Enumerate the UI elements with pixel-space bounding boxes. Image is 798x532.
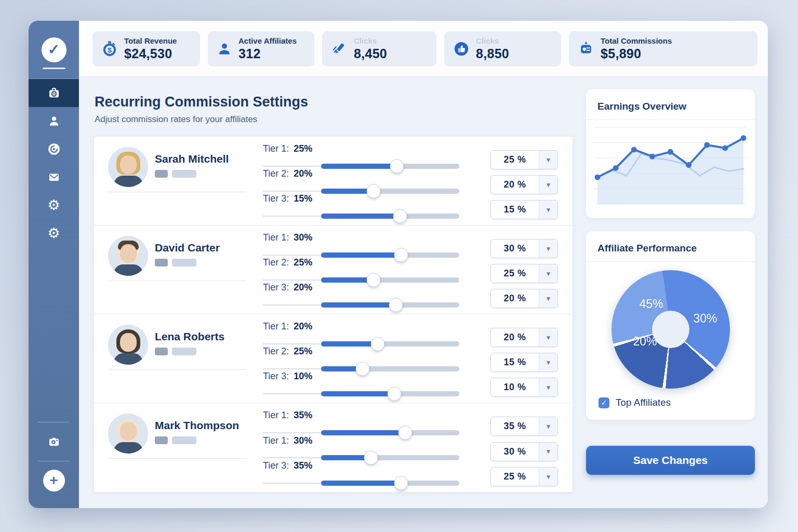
slider-thumb[interactable] (394, 476, 408, 490)
dropdown-arrow-box[interactable]: ▼ (539, 328, 557, 347)
slider-track[interactable] (321, 391, 459, 396)
dropdown-arrow-box[interactable]: ▼ (539, 468, 557, 486)
stat-label: Total Commissions (601, 36, 672, 45)
tier-slider[interactable] (263, 209, 459, 223)
divider (108, 458, 246, 459)
tier-dropdown[interactable]: 10 % ▼ (490, 378, 558, 397)
tier-value: 10% (294, 371, 312, 381)
tier-row: Tier 2:25% 25 % ▼ (263, 257, 573, 282)
dropdown-arrow-box[interactable]: ▼ (539, 353, 557, 371)
slider-track[interactable] (321, 430, 459, 435)
dropdown-arrow-box[interactable]: ▼ (539, 378, 557, 396)
tier-value: 30% (294, 232, 312, 243)
affiliate-name: Mark Thompson (155, 419, 239, 432)
app-window: ✓ (29, 21, 768, 508)
slider-thumb[interactable] (393, 209, 407, 223)
slider-lead-line (263, 255, 321, 256)
slider-lead-line (263, 166, 321, 167)
user-icon (217, 42, 232, 56)
sidebar-item-commissions[interactable] (29, 79, 79, 107)
sidebar-item-messages[interactable] (29, 163, 79, 191)
tier-name: Tier 2: (263, 346, 289, 356)
tier-slider[interactable] (263, 298, 459, 312)
tier-row: Tier 1:20% 20 % ▼ (263, 321, 573, 346)
slider-track[interactable] (321, 214, 459, 219)
slider-lead-line (263, 457, 321, 458)
tier-dropdown[interactable]: 30 % ▼ (490, 239, 558, 258)
tier-row: Tier 1:25% 25 % ▼ (263, 143, 573, 168)
tier-dropdown[interactable]: 25 % ▼ (490, 467, 558, 486)
slider-track[interactable] (321, 189, 459, 194)
sidebar-item-media[interactable] (29, 428, 79, 456)
tier-name: Tier 3: (263, 193, 289, 204)
sidebar-item-preferences[interactable]: ⚙ (29, 219, 79, 247)
tier-dropdown[interactable]: 35 % ▼ (490, 417, 558, 436)
chevron-down-icon: ▼ (546, 334, 552, 341)
tier-value: 25% (294, 257, 312, 268)
dropdown-arrow-box[interactable]: ▼ (539, 264, 557, 283)
dropdown-arrow-box[interactable]: ▼ (539, 443, 557, 461)
gear-icon: ⚙ (47, 227, 60, 241)
tier-dropdown[interactable]: 20 % ▼ (490, 328, 558, 347)
slider-thumb[interactable] (387, 387, 401, 401)
affiliate-name: Sarah Mitchell (155, 153, 229, 165)
slider-track[interactable] (321, 366, 459, 371)
slider-fill (321, 481, 401, 486)
tier-dropdown[interactable]: 20 % ▼ (490, 289, 558, 308)
top-affiliates-checkbox-row[interactable]: ✓ Top Affiliates (598, 397, 671, 408)
slider-thumb[interactable] (389, 298, 403, 312)
tier-name: Tier 2: (263, 257, 289, 268)
mail-icon (47, 171, 61, 183)
dropdown-arrow-box[interactable]: ▼ (539, 417, 557, 435)
slider-lead-line (263, 483, 321, 484)
tier-slider[interactable] (263, 387, 459, 401)
tier-label: Tier 1:25% (263, 143, 312, 154)
tier-value: 15% (294, 193, 312, 204)
dropdown-arrow-box[interactable]: ▼ (539, 201, 557, 219)
chevron-down-icon: ▼ (546, 423, 552, 430)
pie-label-45: 45% (640, 297, 663, 311)
dropdown-value: 20 % (491, 176, 539, 194)
sidebar-item-affiliates[interactable] (29, 107, 79, 135)
tier-row: Tier 2:25% 15 % ▼ (263, 346, 573, 371)
slider-lead-line (263, 343, 321, 344)
stat-value: 312 (238, 46, 297, 61)
dropdown-arrow-box[interactable]: ▼ (539, 176, 557, 194)
slider-track[interactable] (321, 252, 459, 258)
tier-dropdown[interactable]: 25 % ▼ (490, 264, 558, 283)
tier-label: Tier 2:25% (263, 257, 312, 268)
slider-track[interactable] (321, 164, 459, 169)
commission-settings-panel: Sarah Mitchell Tier 1:25% 25 % ▼ (94, 136, 573, 493)
sidebar-item-settings[interactable]: ⚙ (29, 191, 79, 219)
tier-dropdown[interactable]: 20 % ▼ (490, 175, 558, 194)
slider-fill (321, 189, 374, 194)
slider-track[interactable] (321, 455, 459, 460)
checkbox-checked-icon[interactable]: ✓ (598, 397, 609, 408)
dropdown-arrow-box[interactable]: ▼ (539, 240, 557, 258)
tier-dropdown[interactable]: 15 % ▼ (490, 353, 558, 372)
tier-label: Tier 3:35% (263, 460, 312, 471)
tier-value: 35% (294, 460, 312, 471)
tier-dropdown[interactable]: 25 % ▼ (490, 150, 558, 169)
sidebar-item-add[interactable]: + (29, 467, 79, 495)
dropdown-arrow-box[interactable]: ▼ (539, 151, 557, 169)
slider-track[interactable] (321, 481, 459, 486)
tier-slider[interactable] (263, 476, 459, 490)
stat-value: $24,530 (124, 46, 177, 61)
save-changes-button[interactable]: Save Changes (586, 446, 755, 475)
tier-dropdown[interactable]: 15 % ▼ (490, 200, 558, 219)
tier-row: Tier 1:35% 35 % ▼ (263, 410, 573, 435)
slider-fill (321, 164, 397, 169)
slider-track[interactable] (321, 341, 459, 347)
sidebar-item-network[interactable] (29, 135, 79, 163)
dropdown-arrow-box[interactable]: ▼ (539, 289, 557, 308)
user-icon (48, 115, 60, 127)
slider-track[interactable] (321, 277, 459, 283)
slider-track[interactable] (321, 302, 459, 308)
dropdown-value: 25 % (491, 264, 539, 283)
tier-name: Tier 1: (263, 232, 289, 243)
card-title: Affiliate Performance (586, 231, 755, 261)
dropdown-value: 10 % (491, 378, 539, 396)
tier-dropdown[interactable]: 30 % ▼ (490, 442, 558, 461)
tier-row: Tier 3:10% 10 % ▼ (263, 371, 573, 396)
